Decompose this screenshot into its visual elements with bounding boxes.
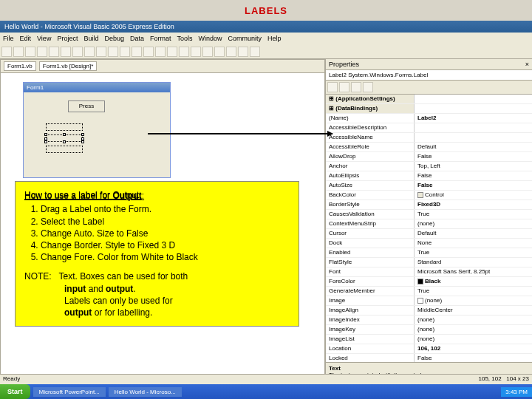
menu-window[interactable]: Window [199,35,222,42]
property-row[interactable]: FontMicrosoft Sans Serif, 8.25pt [326,267,532,277]
property-row[interactable]: ⊞ (ApplicationSettings) [326,95,532,104]
property-row[interactable]: AnchorTop, Left [326,162,532,171]
toolbar-button[interactable] [96,47,106,57]
press-button[interactable]: Press [68,100,105,112]
ide-statusbar: Ready 105, 102 104 x 23 [0,374,532,384]
property-row[interactable]: EnabledTrue [326,248,532,258]
toolbar-button[interactable] [143,47,154,57]
status-pos: 105, 102 [478,375,501,382]
toolbar-button[interactable] [238,47,248,57]
menu-community[interactable]: Community [228,35,262,42]
property-row[interactable]: GenerateMemberTrue [326,287,532,296]
properties-toolbar [326,81,532,95]
menu-build[interactable]: Build [83,35,98,42]
step-item: Change Auto. Size to False [41,228,290,239]
step-item: Drag a Label onto the Form. [41,203,290,215]
events-icon[interactable] [363,82,373,92]
property-desc-title: Text [329,365,341,372]
step-item: Change Fore. Color from White to Black [41,251,290,263]
form-designer[interactable]: Form1 Press [23,82,171,178]
property-row[interactable]: DockNone [326,239,532,248]
start-button[interactable]: Start [0,384,30,399]
alphabetical-icon[interactable] [339,82,349,92]
document-tab[interactable]: Form1.vb [Design]* [39,61,97,71]
document-tabs: Form1.vbForm1.vb [Design]* [1,60,324,73]
taskbar-item[interactable]: Microsoft PowerPoint... [33,387,106,397]
toolbar-button[interactable] [84,47,95,57]
menu-project[interactable]: Project [57,35,78,42]
properties-icon[interactable] [351,82,361,92]
property-row[interactable]: CausesValidationTrue [326,210,532,219]
toolbar-button[interactable] [226,47,236,57]
property-row[interactable]: ContextMenuStrip(none) [326,219,532,229]
toolbar-button[interactable] [13,47,24,57]
toolbar [0,44,532,59]
toolbar-button[interactable] [214,47,225,57]
document-tab[interactable]: Form1.vb [4,61,36,71]
toolbar-button[interactable] [108,47,118,57]
property-row[interactable]: ImageAlignMiddleCenter [326,306,532,316]
label3-placeholder[interactable] [46,146,83,153]
property-row[interactable]: (Name)Label2 [326,114,532,123]
slide-title: LABELS [0,0,532,21]
menu-data[interactable]: Data [130,35,144,42]
property-row[interactable]: AllowDropFalse [326,152,532,162]
properties-header: Properties × [326,59,532,70]
close-icon[interactable]: × [525,61,529,68]
label1-placeholder[interactable] [46,123,83,131]
form-title: Form1 [24,83,170,92]
menu-debug[interactable]: Debug [104,35,124,42]
property-row[interactable]: LockedFalse [326,354,532,362]
callout-note: NOTE: Text. Boxes can be used for both i… [24,270,290,318]
property-row[interactable]: AutoEllipsisFalse [326,171,532,181]
properties-title: Properties [329,61,359,68]
step-item: Change Border. Style to Fixed 3 D [41,239,290,251]
property-row[interactable]: ForeColorBlack [326,277,532,287]
toolbar-button[interactable] [120,47,130,57]
property-row[interactable]: AccessibleName [326,133,532,143]
property-row[interactable]: AutoSizeFalse [326,181,532,191]
system-tray-time: 3:43 PM [501,387,532,397]
toolbar-button[interactable] [49,47,59,57]
property-row[interactable]: ImageIndex(none) [326,316,532,325]
toolbar-button[interactable] [61,47,71,57]
properties-panel: Properties × Label2 System.Windows.Forms… [325,59,532,384]
menu-edit[interactable]: Edit [20,35,32,42]
property-row[interactable]: ImageList(none) [326,335,532,344]
menubar: FileEditViewProjectBuildDebugDataFormatT… [0,33,532,44]
property-row[interactable]: AccessibleRoleDefault [326,143,532,152]
toolbar-button[interactable] [132,47,142,57]
toolbar-button[interactable] [1,47,12,57]
toolbar-button[interactable] [202,47,213,57]
toolbar-button[interactable] [155,47,166,57]
property-row[interactable]: AccessibleDescription [326,123,532,133]
label2-placeholder[interactable] [46,134,83,142]
menu-format[interactable]: Format [150,35,171,42]
menu-view[interactable]: View [37,35,51,42]
toolbar-button[interactable] [179,47,189,57]
property-row[interactable]: Image(none) [326,296,532,306]
toolbar-button[interactable] [191,47,201,57]
taskbar: Start Microsoft PowerPoint...Hello World… [0,384,532,399]
property-row[interactable]: ImageKey(none) [326,325,532,335]
menu-help[interactable]: Help [267,35,282,42]
toolbar-button[interactable] [25,47,35,57]
toolbar-button[interactable] [72,47,83,57]
property-row[interactable]: BackColorControl [326,191,532,200]
property-row[interactable]: Location106, 102 [326,344,532,354]
property-row[interactable]: FlatStyleStandard [326,258,532,267]
status-left: Ready [3,375,20,383]
categorized-icon[interactable] [327,82,338,92]
property-row[interactable]: ⊞ (DataBindings) [326,104,532,114]
menu-tools[interactable]: Tools [177,35,192,42]
property-row[interactable]: BorderStyleFixed3D [326,200,532,210]
toolbar-button[interactable] [37,47,47,57]
taskbar-item[interactable]: Hello World - Microso... [109,387,182,397]
callout-arrow [148,133,332,134]
toolbar-button[interactable] [167,47,177,57]
properties-grid[interactable]: ⊞ (ApplicationSettings)⊞ (DataBindings)(… [326,95,532,362]
properties-object-selector[interactable]: Label2 System.Windows.Forms.Label [326,70,532,81]
menu-file[interactable]: File [3,35,14,42]
toolbar-button[interactable] [250,47,260,57]
property-row[interactable]: CursorDefault [326,229,532,239]
